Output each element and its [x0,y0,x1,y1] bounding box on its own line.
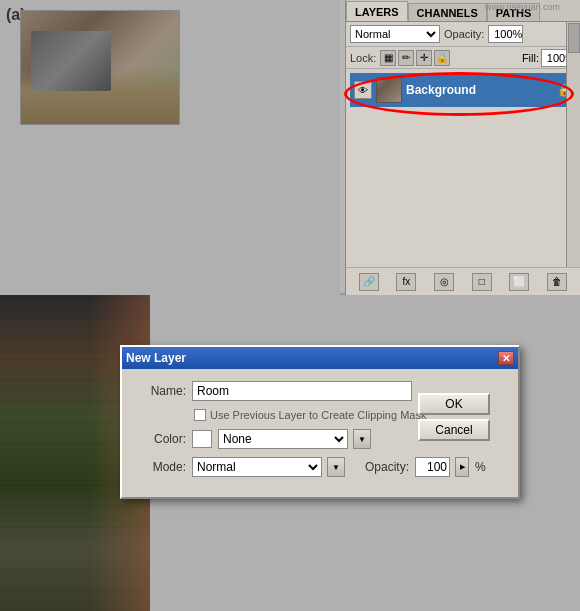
layers-header-row2: Lock: ▦ ✏ ✛ 🔒 Fill: [346,47,580,69]
dialog-opacity-input[interactable] [415,457,450,477]
dialog-color-label: Color: [136,432,186,446]
lock-transparent-icon[interactable]: ▦ [380,50,396,66]
section-a: (a) LAYERS CHANNELS PATHS www.riseyuan.c… [0,0,580,295]
clipping-mask-checkbox[interactable] [194,409,206,421]
dialog-mode-row: Mode: Normal ▼ Opacity: ▶ % [136,457,504,477]
clipping-mask-label: Use Previous Layer to Create Clipping Ma… [210,409,426,421]
layers-bottom-toolbar: 🔗 fx ◎ □ ⬜ 🗑 [346,267,580,295]
dialog-name-label: Name: [136,384,186,398]
dialog-close-button[interactable]: ✕ [498,351,514,365]
layers-panel: LAYERS CHANNELS PATHS www.riseyuan.com N… [345,0,580,295]
dialog-titlebar: New Layer ✕ [122,347,518,369]
dialog-name-input[interactable] [192,381,412,401]
mode-select[interactable]: Normal [192,457,322,477]
dialog-body-inner: Name: Use Previous Layer to Create Clipp… [136,381,504,477]
canvas-image-top [20,10,180,125]
color-select-arrow[interactable]: ▼ [353,429,371,449]
layers-scrollbar[interactable] [566,22,580,267]
cancel-button[interactable]: Cancel [418,419,490,441]
tab-channels[interactable]: CHANNELS [408,3,487,21]
dialog-buttons: OK Cancel [418,393,490,441]
tab-layers[interactable]: LAYERS [346,1,408,21]
dialog-container: New Layer ✕ Name: Use Previous Laye [120,345,520,499]
lock-label: Lock: [350,52,376,64]
dialog-mode-label: Mode: [136,460,186,474]
dialog-body: Name: Use Previous Layer to Create Clipp… [122,369,518,497]
scrollbar-thumb[interactable] [568,23,580,53]
new-layer-dialog: New Layer ✕ Name: Use Previous Laye [120,345,520,499]
dialog-title: New Layer [126,351,186,365]
new-layer-icon[interactable]: ⬜ [509,273,529,291]
adjustment-icon[interactable]: ◎ [434,273,454,291]
lock-paint-icon[interactable]: ✏ [398,50,414,66]
layers-tabs: LAYERS CHANNELS PATHS www.riseyuan.com [346,0,580,22]
opacity-input[interactable] [488,25,523,43]
section-b: b) New Layer ✕ Name: [0,295,580,611]
watermark: www.riseyuan.com [485,2,560,12]
opacity-label: Opacity: [444,28,484,40]
dialog-opacity-label: Opacity: [359,460,409,474]
lock-all-icon[interactable]: 🔒 [434,50,450,66]
background-layer-row[interactable]: 👁 Background 🔒 [350,73,576,107]
ok-button[interactable]: OK [418,393,490,415]
color-swatch[interactable] [192,430,212,448]
layer-thumbnail [376,77,402,103]
dialog-percent: % [475,460,486,474]
opacity-stepper[interactable]: ▶ [455,457,469,477]
layer-name: Background [406,83,553,97]
lock-move-icon[interactable]: ✛ [416,50,432,66]
lock-icons: ▦ ✏ ✛ 🔒 [380,50,450,66]
color-select[interactable]: None [218,429,348,449]
delete-layer-icon[interactable]: 🗑 [547,273,567,291]
fx-icon[interactable]: fx [396,273,416,291]
canvas-area-top: (a) [0,0,340,295]
group-icon[interactable]: □ [472,273,492,291]
layers-header-row1: Normal Opacity: [346,22,580,47]
fill-label: Fill: [522,52,539,64]
blend-mode-select[interactable]: Normal [350,25,440,43]
mode-select-arrow[interactable]: ▼ [327,457,345,477]
layer-visibility-toggle[interactable]: 👁 [354,81,372,99]
link-icon[interactable]: 🔗 [359,273,379,291]
